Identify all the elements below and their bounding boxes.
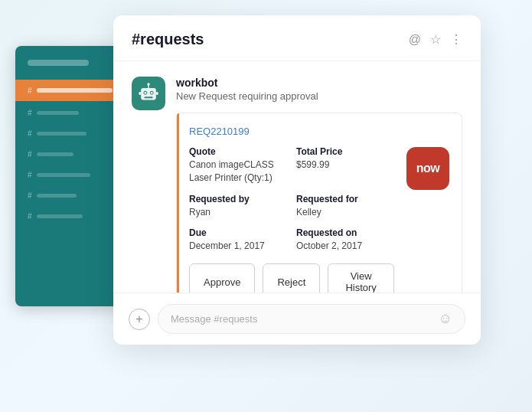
quote-label: Quote bbox=[189, 146, 287, 157]
detail-requested-on: Requested on October 2, 2017 bbox=[296, 227, 394, 253]
input-placeholder: Message #requests bbox=[171, 313, 257, 325]
svg-point-6 bbox=[151, 92, 153, 94]
req-by-value: Ryan bbox=[189, 206, 287, 219]
chat-card: #requests @ ☆ ⋮ bbox=[113, 15, 481, 345]
channel-bar bbox=[37, 194, 77, 198]
detail-quote: Quote Canon imageCLASS Laser Printer (Qt… bbox=[189, 146, 287, 185]
now-logo-text: now bbox=[416, 162, 440, 175]
hash-icon: # bbox=[28, 191, 32, 200]
detail-price: Total Price $599.99 bbox=[296, 146, 394, 185]
message-input-box[interactable]: Message #requests ☺ bbox=[158, 304, 465, 334]
sidebar-search-bar bbox=[28, 60, 89, 66]
detail-requested-by: Requested by Ryan bbox=[189, 194, 287, 219]
header-icons: @ ☆ ⋮ bbox=[409, 32, 462, 47]
due-value: December 1, 2017 bbox=[189, 240, 287, 253]
price-value: $599.99 bbox=[296, 159, 394, 172]
quote-value: Canon imageCLASS Laser Printer (Qty:1) bbox=[189, 159, 287, 185]
message-row: workbot New Request requiring approval R… bbox=[132, 77, 462, 293]
sender-name: workbot bbox=[176, 77, 462, 89]
request-card: REQ2210199 Quote Canon imageCLASS Laser … bbox=[176, 113, 462, 293]
add-button[interactable]: + bbox=[129, 309, 150, 330]
svg-rect-7 bbox=[144, 96, 152, 98]
channel-bar bbox=[37, 111, 79, 115]
hash-icon: # bbox=[28, 109, 32, 117]
bot-avatar bbox=[132, 77, 165, 110]
message-subtitle: New Request requiring approval bbox=[176, 90, 462, 102]
svg-rect-8 bbox=[139, 92, 141, 95]
request-id-link[interactable]: REQ2210199 bbox=[189, 126, 394, 137]
channel-bar bbox=[37, 152, 73, 156]
hash-icon: # bbox=[28, 212, 32, 221]
chat-title: #requests bbox=[132, 31, 204, 48]
more-icon[interactable]: ⋮ bbox=[450, 32, 462, 47]
chat-input-area: + Message #requests ☺ bbox=[113, 293, 481, 345]
hash-icon: # bbox=[28, 171, 32, 179]
approve-button[interactable]: Approve bbox=[189, 263, 255, 293]
view-history-button[interactable]: View History bbox=[328, 263, 394, 293]
hash-icon: # bbox=[28, 129, 32, 138]
due-label: Due bbox=[189, 227, 287, 238]
bot-avatar-svg bbox=[138, 83, 159, 104]
channel-bar bbox=[37, 173, 90, 177]
channel-bar bbox=[37, 88, 113, 93]
req-for-value: Kelley bbox=[296, 206, 394, 219]
reject-button[interactable]: Reject bbox=[263, 263, 320, 293]
chat-header: #requests @ ☆ ⋮ bbox=[113, 15, 481, 61]
now-logo: now bbox=[406, 147, 449, 190]
detail-due: Due December 1, 2017 bbox=[189, 227, 287, 253]
req-on-label: Requested on bbox=[296, 227, 394, 238]
svg-point-4 bbox=[144, 92, 146, 94]
channel-bar bbox=[37, 214, 83, 218]
detail-requested-for: Requested for Kelley bbox=[296, 194, 394, 219]
hash-icon: # bbox=[28, 150, 32, 159]
channel-bar bbox=[37, 132, 86, 136]
chat-body: workbot New Request requiring approval R… bbox=[113, 61, 481, 293]
req-on-value: October 2, 2017 bbox=[296, 240, 394, 253]
at-icon[interactable]: @ bbox=[409, 33, 421, 47]
request-details: REQ2210199 Quote Canon imageCLASS Laser … bbox=[189, 126, 394, 293]
emoji-icon[interactable]: ☺ bbox=[439, 311, 452, 327]
details-grid: Quote Canon imageCLASS Laser Printer (Qt… bbox=[189, 146, 394, 253]
req-for-label: Requested for bbox=[296, 194, 394, 204]
star-icon[interactable]: ☆ bbox=[430, 32, 441, 47]
action-buttons: Approve Reject View History bbox=[189, 263, 394, 293]
hash-icon: # bbox=[28, 87, 32, 95]
price-label: Total Price bbox=[296, 146, 394, 157]
svg-point-2 bbox=[147, 83, 150, 86]
svg-rect-9 bbox=[156, 92, 158, 95]
req-by-label: Requested by bbox=[189, 194, 287, 204]
message-content: workbot New Request requiring approval R… bbox=[176, 77, 462, 293]
